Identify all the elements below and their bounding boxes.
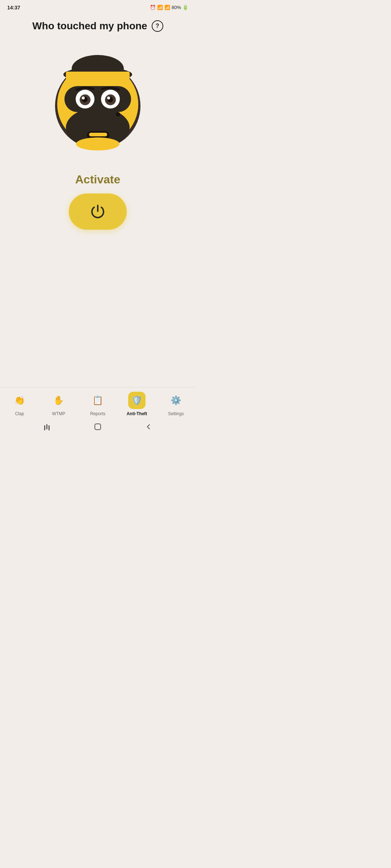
system-nav (0, 420, 196, 434)
recent-apps-button[interactable] (43, 423, 51, 430)
nav-item-anti-theft[interactable]: 🛡️ Anti-Theft (117, 392, 156, 416)
nav-item-wtmp[interactable]: ✋ WTMP (39, 392, 78, 416)
status-time: 14:37 (7, 5, 20, 10)
activate-section: Activate (69, 173, 127, 230)
nav-icon-wrap-anti-theft: 🛡️ (128, 392, 146, 409)
nav-icon-wrap-reports: 📋 (89, 392, 106, 409)
nav-icon-wrap-settings: ⚙️ (167, 392, 185, 409)
nav-item-reports[interactable]: 📋 Reports (78, 392, 117, 416)
header: Who touched my phone ? (0, 13, 196, 35)
svg-rect-21 (46, 424, 47, 429)
activate-label: Activate (75, 173, 121, 186)
battery-text: 80% (172, 5, 181, 10)
signal-icon: 📶 (164, 5, 170, 10)
bottom-nav: 👏 Clap ✋ WTMP 📋 Reports 🛡️ Anti-Theft ⚙️… (0, 387, 196, 420)
svg-rect-20 (44, 425, 45, 430)
reports-icon: 📋 (92, 395, 103, 405)
activate-button[interactable] (69, 193, 127, 230)
anti-theft-icon: 🛡️ (131, 395, 142, 405)
settings-icon: ⚙️ (171, 395, 181, 405)
nav-icon-wrap-wtmp: ✋ (50, 392, 67, 409)
alarm-icon: ⏰ (150, 5, 156, 10)
nav-label-anti-theft: Anti-Theft (127, 411, 147, 416)
svg-point-16 (116, 112, 120, 116)
thief-illustration (47, 50, 148, 151)
power-icon (89, 203, 107, 221)
nav-label-clap: Clap (15, 411, 24, 416)
wifi-icon: 📶 (157, 5, 163, 10)
svg-point-19 (76, 137, 119, 150)
nav-item-clap[interactable]: 👏 Clap (0, 392, 39, 416)
nav-icon-wrap-clap: 👏 (11, 392, 28, 409)
battery-icon: 🔋 (182, 5, 188, 10)
main-content: Activate (0, 35, 196, 230)
svg-rect-23 (95, 424, 101, 430)
svg-rect-22 (49, 425, 50, 430)
nav-label-reports: Reports (90, 411, 105, 416)
svg-point-13 (82, 97, 85, 99)
nav-item-settings[interactable]: ⚙️ Settings (156, 392, 196, 416)
back-button[interactable] (145, 423, 152, 430)
nav-label-settings: Settings (168, 411, 184, 416)
status-icons: ⏰ 📶 📶 80% 🔋 (150, 5, 188, 10)
help-button[interactable]: ? (152, 20, 163, 32)
status-bar: 14:37 ⏰ 📶 📶 80% 🔋 (0, 0, 196, 13)
clap-icon: 👏 (14, 395, 25, 405)
nav-label-wtmp: WTMP (52, 411, 66, 416)
page-title: Who touched my phone (32, 20, 147, 32)
svg-point-14 (107, 97, 110, 99)
home-button[interactable] (94, 423, 102, 431)
svg-rect-18 (89, 133, 107, 136)
wtmp-icon: ✋ (53, 395, 64, 405)
